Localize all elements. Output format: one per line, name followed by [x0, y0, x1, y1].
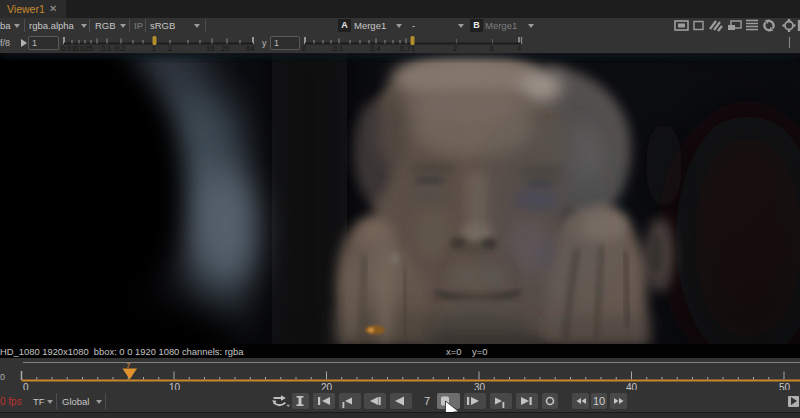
svg-text:30: 30 — [474, 382, 486, 390]
svg-text:20: 20 — [221, 44, 229, 53]
svg-text:40: 40 — [626, 382, 638, 390]
svg-text:7: 7 — [126, 361, 131, 370]
svg-text:50: 50 — [779, 382, 791, 390]
svg-text:10: 10 — [206, 44, 214, 53]
svg-text:0.1: 0.1 — [101, 44, 111, 53]
svg-text:0.1: 0.1 — [333, 44, 343, 53]
svg-text:0: 0 — [23, 382, 29, 390]
svg-text:0.4: 0.4 — [370, 44, 380, 53]
svg-text:2: 2 — [168, 44, 172, 53]
svg-text:10: 10 — [169, 382, 181, 390]
svg-text:1: 1 — [411, 44, 415, 53]
svg-text:0: 0 — [302, 44, 306, 53]
svg-text:3: 3 — [489, 44, 493, 53]
svg-text:20: 20 — [321, 382, 333, 390]
svg-text:4: 4 — [517, 44, 521, 53]
svg-text:2: 2 — [453, 44, 457, 53]
svg-text:0.7: 0.7 — [400, 44, 410, 53]
svg-text:64: 64 — [246, 44, 254, 53]
svg-text:0.2: 0.2 — [115, 44, 125, 53]
svg-text:1: 1 — [152, 44, 156, 53]
svg-text:0.025: 0.025 — [74, 44, 93, 53]
